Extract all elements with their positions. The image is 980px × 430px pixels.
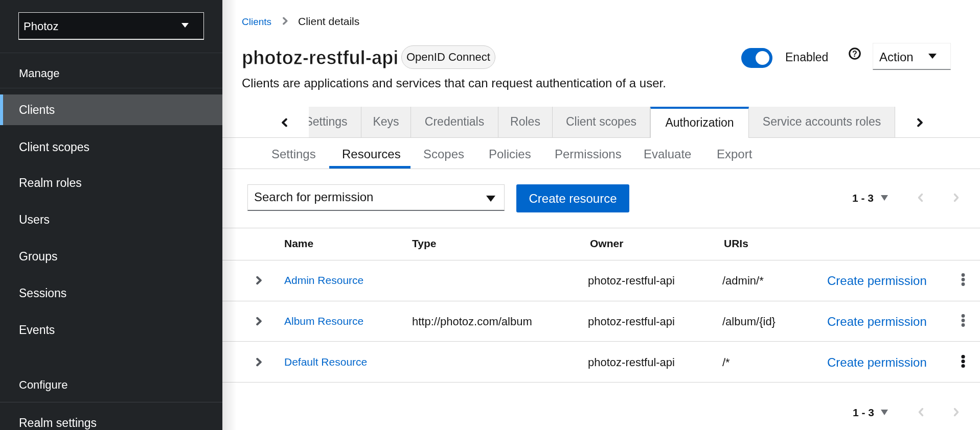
svg-text:?: ? <box>852 50 857 58</box>
